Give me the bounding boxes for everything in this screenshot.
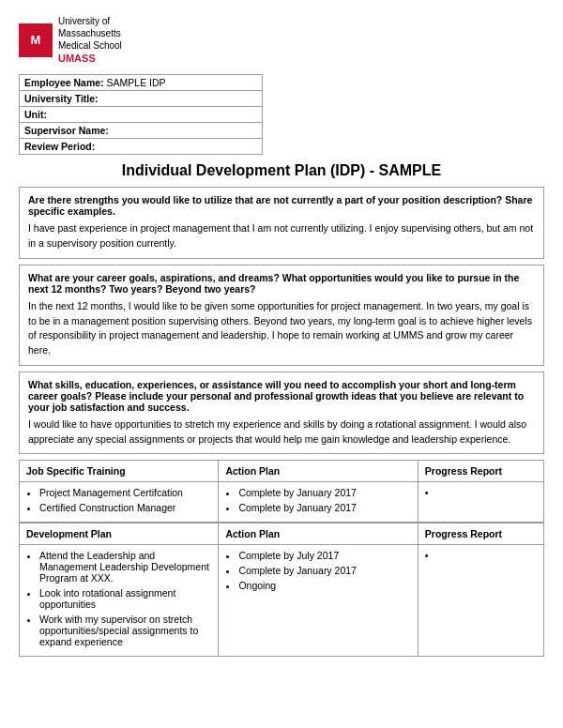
university-name: University of Massachusetts Medical Scho… xyxy=(58,15,122,65)
job-training-table: Job Specific Training Action Plan Progre… xyxy=(19,460,544,523)
info-field: Employee Name: SAMPLE IDP xyxy=(20,75,263,91)
job-training-items: Project Management CertifcationCertified… xyxy=(20,482,219,523)
development-plan-table: Development Plan Action Plan Progress Re… xyxy=(19,523,544,657)
list-item: Complete by January 2017 xyxy=(238,565,410,576)
info-field: University Title: xyxy=(20,91,263,107)
job-training-header: Job Specific Training xyxy=(20,461,219,482)
list-item: Look into rotational assignment opportun… xyxy=(39,587,211,610)
page-title: Individual Development Plan (IDP) - SAMP… xyxy=(19,162,544,179)
dev-progress-header: Progress Report xyxy=(418,523,543,545)
info-field: Supervisor Name: xyxy=(20,123,263,139)
section-box-2: What are your career goals, aspirations,… xyxy=(19,265,544,366)
list-item: Complete by July 2017 xyxy=(238,550,410,561)
info-field: Unit: xyxy=(20,107,263,123)
section-answer-2: In the next 12 months, I would like to b… xyxy=(28,299,535,358)
dev-plan-progress: • xyxy=(418,545,543,657)
section-question-1: Are there strengths you would like to ut… xyxy=(28,194,535,217)
dev-plan-items: Attend the Leadership and Management Lea… xyxy=(20,545,219,657)
list-item: Attend the Leadership and Management Lea… xyxy=(39,550,211,584)
list-item: Certified Construction Manager xyxy=(39,502,211,513)
dev-plan-actions: Complete by July 2017Complete by January… xyxy=(219,545,418,657)
list-item: Complete by January 2017 xyxy=(238,487,410,498)
job-action-header: Action Plan xyxy=(219,461,418,482)
svg-text:M: M xyxy=(31,33,41,47)
section-box-3: What skills, education, experiences, or … xyxy=(19,372,544,455)
page-header: M University of Massachusetts Medical Sc… xyxy=(19,15,544,65)
section-answer-3: I would like to have opportunities to st… xyxy=(28,417,535,447)
dev-action-header: Action Plan xyxy=(219,523,418,545)
list-item: Work with my supervisor on stretch oppor… xyxy=(39,614,211,647)
info-field: Review Period: xyxy=(20,139,263,155)
list-item: Ongoing xyxy=(238,580,410,591)
university-logo: M University of Massachusetts Medical Sc… xyxy=(19,15,122,65)
list-item: Complete by January 2017 xyxy=(238,502,410,513)
dev-plan-header: Development Plan xyxy=(20,523,219,545)
employee-info-table: Employee Name: SAMPLE IDPUniversity Titl… xyxy=(19,74,263,155)
section-question-3: What skills, education, experiences, or … xyxy=(28,379,535,413)
job-training-progress: • xyxy=(418,482,543,523)
section-answer-1: I have past experience in project manage… xyxy=(28,221,535,251)
section-question-2: What are your career goals, aspirations,… xyxy=(28,272,535,295)
umass-logo-icon: M xyxy=(19,23,53,57)
job-progress-header: Progress Report xyxy=(418,461,543,482)
list-item: Project Management Certifcation xyxy=(39,487,211,498)
section-box-1: Are there strengths you would like to ut… xyxy=(19,187,544,259)
job-training-actions: Complete by January 2017Complete by Janu… xyxy=(219,482,418,523)
